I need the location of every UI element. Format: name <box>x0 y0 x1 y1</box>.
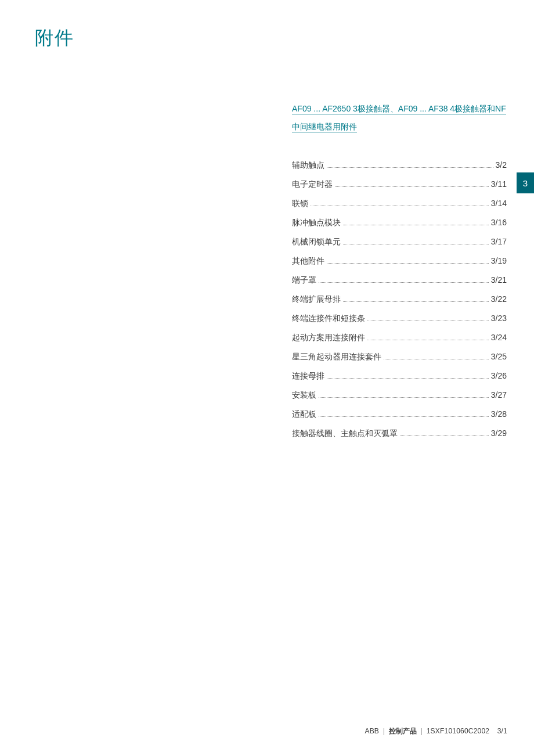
toc-leader <box>343 301 489 302</box>
footer-doc-id: 1SXF101060C2002 <box>427 727 489 735</box>
section-header: AF09 ... AF2650 3极接触器、AF09 ... AF38 4极接触… <box>292 100 507 136</box>
toc-label: 起动方案用连接附件 <box>292 333 365 343</box>
toc-row[interactable]: 电子定时器3/11 <box>292 179 507 199</box>
footer-separator: | <box>383 727 385 735</box>
toc-page: 3/25 <box>491 352 507 361</box>
toc-label: 其他附件 <box>292 256 324 267</box>
toc-leader <box>327 263 489 264</box>
toc-row[interactable]: 端子罩3/21 <box>292 275 507 294</box>
toc-label: 机械闭锁单元 <box>292 237 341 247</box>
footer-page-number: 3/1 <box>497 727 507 735</box>
toc-page: 3/24 <box>491 333 507 342</box>
toc-page: 3/28 <box>491 409 507 419</box>
toc-row[interactable]: 起动方案用连接附件3/24 <box>292 333 507 352</box>
section-header-text: AF09 ... AF2650 3极接触器、AF09 ... AF38 4极接触… <box>292 104 506 132</box>
toc-leader <box>343 244 489 244</box>
toc-label: 终端扩展母排 <box>292 294 341 305</box>
toc-page: 3/23 <box>491 314 507 323</box>
toc-page: 3/19 <box>491 256 507 265</box>
toc-row[interactable]: 机械闭锁单元3/17 <box>292 237 507 256</box>
toc-row[interactable]: 辅助触点3/2 <box>292 160 507 179</box>
toc-leader <box>327 378 489 379</box>
toc-page: 3/29 <box>491 429 507 438</box>
toc-leader <box>311 206 489 206</box>
toc-label: 联锁 <box>292 199 308 209</box>
toc-page: 3/22 <box>491 294 507 304</box>
toc-label: 辅助触点 <box>292 160 324 171</box>
toc-leader <box>384 359 489 359</box>
toc-page: 3/17 <box>491 237 507 246</box>
toc-row[interactable]: 终端连接件和短接条3/23 <box>292 314 507 333</box>
toc-row[interactable]: 终端扩展母排3/22 <box>292 294 507 314</box>
toc-label: 脉冲触点模块 <box>292 218 341 228</box>
toc-leader <box>343 225 489 225</box>
toc-page: 3/16 <box>491 218 507 227</box>
table-of-contents: 辅助触点3/2电子定时器3/11联锁3/14脉冲触点模块3/16机械闭锁单元3/… <box>292 160 507 448</box>
toc-page: 3/11 <box>491 179 507 189</box>
chapter-side-tab: 3 <box>517 172 534 193</box>
toc-label: 连接母排 <box>292 371 324 381</box>
toc-leader <box>367 340 489 340</box>
toc-row[interactable]: 联锁3/14 <box>292 199 507 218</box>
page-footer: ABB | 控制产品 | 1SXF101060C2002 3/1 <box>365 726 507 736</box>
toc-row[interactable]: 适配板3/28 <box>292 409 507 429</box>
toc-page: 3/27 <box>491 390 507 399</box>
footer-category: 控制产品 <box>389 727 417 735</box>
toc-leader <box>367 321 489 321</box>
toc-row[interactable]: 脉冲触点模块3/16 <box>292 218 507 237</box>
toc-leader <box>400 435 489 436</box>
toc-label: 终端连接件和短接条 <box>292 314 365 324</box>
toc-page: 3/2 <box>496 160 507 170</box>
toc-label: 接触器线圈、主触点和灭弧罩 <box>292 429 398 439</box>
toc-row[interactable]: 连接母排3/26 <box>292 371 507 390</box>
toc-leader <box>319 416 489 417</box>
toc-row[interactable]: 安装板3/27 <box>292 390 507 409</box>
toc-leader <box>335 186 489 187</box>
page-title: 附件 <box>35 26 74 51</box>
toc-page: 3/14 <box>491 199 507 208</box>
toc-row[interactable]: 其他附件3/19 <box>292 256 507 275</box>
toc-row[interactable]: 星三角起动器用连接套件3/25 <box>292 352 507 371</box>
footer-separator: | <box>421 727 423 735</box>
toc-label: 端子罩 <box>292 275 316 286</box>
toc-label: 适配板 <box>292 409 316 420</box>
footer-brand: ABB <box>365 727 379 735</box>
toc-leader <box>319 282 489 283</box>
toc-row[interactable]: 接触器线圈、主触点和灭弧罩3/29 <box>292 429 507 448</box>
toc-label: 星三角起动器用连接套件 <box>292 352 381 362</box>
toc-label: 电子定时器 <box>292 179 333 190</box>
toc-leader <box>319 397 489 398</box>
toc-page: 3/21 <box>491 275 507 285</box>
toc-page: 3/26 <box>491 371 507 380</box>
toc-label: 安装板 <box>292 390 316 401</box>
toc-leader <box>327 167 493 168</box>
